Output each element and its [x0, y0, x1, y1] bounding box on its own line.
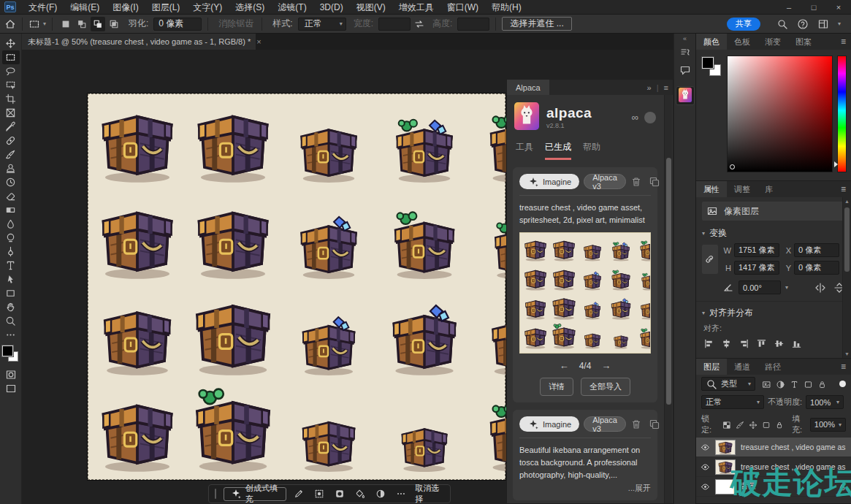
mode-sub[interactable]	[91, 17, 105, 31]
minimize-button[interactable]: –	[776, 0, 801, 15]
tab-2[interactable]: 路径	[757, 359, 788, 375]
type-tool[interactable]	[2, 259, 20, 272]
tab-2[interactable]: 库	[757, 181, 780, 197]
imagine-pill[interactable]: Imagine	[519, 174, 579, 189]
panel-menu-icon[interactable]: ≡	[841, 37, 851, 47]
filter-imgicon[interactable]	[762, 378, 771, 389]
blend-mode-select[interactable]: 正常▾	[701, 395, 764, 409]
prev-page-icon[interactable]: ←	[560, 360, 569, 371]
generative-fill-button[interactable]: 创成式填充	[224, 487, 287, 501]
hand-tool[interactable]	[2, 300, 20, 314]
history-brush-tool[interactable]	[2, 175, 20, 189]
import-all-button[interactable]: 全部导入	[581, 378, 630, 396]
panel-menu-icon[interactable]: ≡	[664, 83, 668, 92]
move-tool[interactable]	[2, 37, 20, 50]
zoom-tool[interactable]	[2, 314, 20, 328]
lasso-tool[interactable]	[2, 64, 20, 78]
menu-item-0[interactable]: 文件(F)	[22, 0, 64, 15]
align-bottom-icon[interactable]	[791, 338, 802, 349]
pen-tool[interactable]	[2, 245, 20, 259]
visibility-eye-icon[interactable]	[701, 462, 710, 472]
filter-toggle[interactable]	[839, 381, 846, 387]
y-field[interactable]: 0 像素	[794, 261, 839, 275]
tab-3[interactable]: 图案	[788, 34, 819, 50]
align-right-icon[interactable]	[739, 338, 749, 349]
active-tool-icon[interactable]	[28, 18, 40, 30]
alpaca-nav-0[interactable]: 工具	[516, 141, 533, 160]
fillicon-icon[interactable]	[355, 489, 365, 499]
pencil-icon[interactable]	[294, 489, 304, 499]
saturation-brightness-field[interactable]	[727, 56, 833, 172]
tab-0[interactable]: 图层	[696, 359, 727, 375]
document-tab[interactable]: 未标题-1 @ 50% (treasure chest , video game…	[22, 34, 256, 50]
adjust-icon[interactable]	[375, 489, 386, 499]
details-button[interactable]: 详情	[540, 378, 573, 396]
edit-toolbar[interactable]	[2, 328, 20, 342]
tool-preset-chevron[interactable]: ▾	[43, 20, 46, 27]
screen-mode-icon[interactable]	[2, 381, 20, 395]
frame-tool[interactable]	[2, 106, 20, 120]
alpaca-tab[interactable]: Alpaca	[507, 80, 549, 95]
eraser-tool[interactable]	[2, 189, 20, 203]
alpaca-dock-icon[interactable]	[676, 86, 695, 105]
visibility-eye-icon[interactable]	[701, 482, 710, 492]
canvas[interactable]	[88, 93, 505, 480]
object-selection-tool[interactable]	[2, 78, 20, 92]
comment-panel-icon[interactable]	[676, 61, 694, 79]
menu-item-7[interactable]: 3D(D)	[313, 0, 350, 15]
swap-dimensions-icon[interactable]	[413, 18, 425, 30]
copy-icon[interactable]	[649, 176, 660, 188]
selsub-icon[interactable]	[314, 489, 324, 499]
link-dimensions-icon[interactable]	[702, 245, 718, 274]
foreground-color-swatch[interactable]	[2, 345, 13, 356]
align-hcenter-icon[interactable]	[721, 338, 732, 349]
menu-item-1[interactable]: 编辑(E)	[64, 0, 106, 15]
color-cursor[interactable]	[730, 164, 735, 169]
workspace-icon[interactable]	[817, 18, 829, 30]
quick-mask-icon[interactable]	[2, 367, 20, 381]
height-field[interactable]: 1417 像素	[734, 261, 779, 275]
dots-icon[interactable]	[396, 489, 406, 499]
marquee-tool[interactable]	[2, 50, 20, 64]
panel-collapse-icon[interactable]: »	[647, 83, 652, 92]
visibility-eye-icon[interactable]	[701, 443, 710, 452]
filter-ticon[interactable]	[790, 378, 799, 389]
menu-item-9[interactable]: 增效工具	[392, 0, 440, 15]
properties-scrollbar[interactable]: ▲▼	[842, 197, 851, 358]
align-top-icon[interactable]	[756, 338, 767, 349]
mode-new[interactable]	[58, 17, 73, 31]
panel-menu-icon[interactable]: ≡	[841, 184, 851, 194]
style-select[interactable]: 正常▾	[298, 18, 346, 31]
layer-thumbnail[interactable]	[715, 440, 736, 455]
tab-1[interactable]: 调整	[727, 181, 757, 197]
crop-tool[interactable]	[2, 92, 20, 106]
generated-thumbnail[interactable]	[519, 232, 651, 354]
brush-tool[interactable]	[2, 148, 20, 161]
filter-lock[interactable]	[817, 378, 827, 389]
deselect-button[interactable]: 取消选择	[415, 483, 444, 504]
mode-add[interactable]	[75, 17, 89, 31]
x-field[interactable]: 0 像素	[794, 243, 839, 257]
healing-brush-tool[interactable]	[2, 134, 20, 148]
select-and-mask-button[interactable]: 选择并遮住 ...	[502, 17, 571, 31]
trash-icon[interactable]	[630, 419, 642, 430]
filter-adjust[interactable]	[776, 378, 785, 389]
search-icon[interactable]	[776, 18, 788, 30]
lock-move[interactable]	[749, 419, 757, 429]
alpaca-nav-2[interactable]: 帮助	[583, 141, 600, 160]
workspace-chevron[interactable]: ▾	[838, 20, 841, 27]
lock-lock[interactable]	[775, 419, 784, 429]
expand-link[interactable]: ...展开	[519, 483, 651, 494]
tab-2[interactable]: 渐变	[757, 34, 788, 50]
lock-sqicon[interactable]	[762, 419, 771, 429]
hue-marker[interactable]	[834, 161, 838, 167]
mode-int[interactable]	[107, 17, 121, 31]
opacity-select[interactable]: 100%▾	[806, 395, 844, 409]
imagine-pill[interactable]: Imagine	[519, 416, 579, 432]
tab-1[interactable]: 色板	[727, 34, 757, 50]
clone-stamp-tool[interactable]	[2, 161, 20, 175]
glyphs-panel-icon[interactable]	[676, 44, 694, 61]
menu-item-3[interactable]: 图层(L)	[145, 0, 187, 15]
tab-close-icon[interactable]: ×	[256, 37, 261, 46]
feather-input[interactable]: 0 像素	[153, 18, 202, 31]
